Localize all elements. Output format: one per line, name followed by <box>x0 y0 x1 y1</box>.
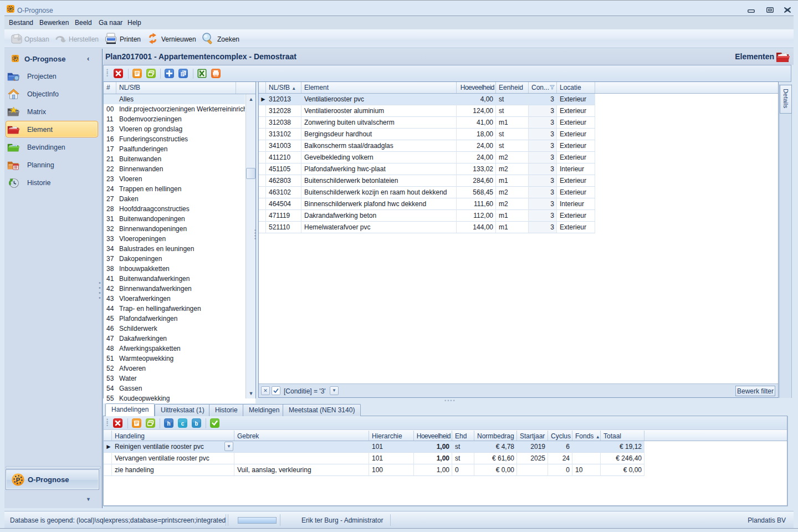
svg-text:b: b <box>195 421 198 427</box>
svg-text:P: P <box>14 57 17 60</box>
svg-text:c: c <box>181 421 185 427</box>
svg-text:P: P <box>16 477 20 483</box>
svg-text:P: P <box>9 7 12 11</box>
svg-text:h: h <box>167 421 170 427</box>
